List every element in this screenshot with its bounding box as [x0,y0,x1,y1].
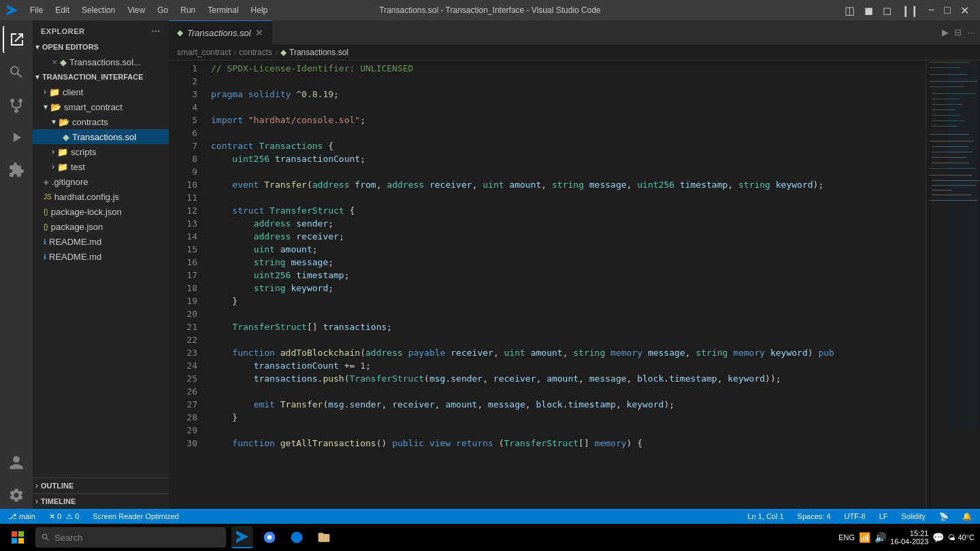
maximize-button[interactable]: □ [940,3,955,18]
menu-file[interactable]: File [24,3,48,18]
file-readme-1[interactable]: ℹ README.md [33,234,169,249]
taskbar-search[interactable]: Search [35,527,226,548]
error-icon: ✕ [49,512,55,520]
open-editors-header[interactable]: ▾ OPEN EDITORS [33,39,169,54]
code-content[interactable]: // SPDX-License-Identifier: UNLICENSED p… [203,61,926,509]
cursor-position[interactable]: Ln 1, Col 1 [745,512,786,520]
close-icon[interactable]: ✕ [52,59,57,66]
line-number: 15 [174,243,197,256]
code-line: string message; [211,256,926,269]
taskbar-edge[interactable] [286,527,308,548]
file-package-json[interactable]: {} package.json [33,219,169,234]
folder-contracts[interactable]: ▾ 📂 contracts [33,114,169,129]
code-line: function getAllTransactions() public vie… [211,437,926,450]
split-editor-icon[interactable]: ⊟ [954,27,962,37]
sol-breadcrumb-icon: ◆ [280,48,287,57]
window-title: Transactions.sol - Transaction_Interface… [379,5,601,15]
code-line [211,101,926,114]
activity-account[interactable] [3,449,30,476]
statusbar: ⎇ main ✕ 0 ⚠ 0 Screen Reader Optimized L… [0,509,980,524]
activity-source-control[interactable] [3,91,30,118]
file-readme-2[interactable]: ℹ README.md [33,249,169,264]
layout-sidebar-icon[interactable]: ◫ [840,3,859,18]
encoding-status[interactable]: UTF-8 [842,512,868,520]
breadcrumb-contracts[interactable]: contracts [239,48,272,57]
explorer-menu-icon[interactable]: ··· [152,26,161,37]
minimize-button[interactable]: − [924,3,938,18]
breadcrumb-sep-1: › [233,48,236,57]
line-number: 20 [174,307,197,320]
project-header[interactable]: ▾ TRANSACTION_INTERFACE [33,69,169,84]
taskbar-notification-icon[interactable]: 💬 [932,532,944,543]
activity-explorer[interactable] [3,26,30,53]
taskbar-weather[interactable]: 🌤 40°C [948,533,975,541]
code-line: address sender; [211,217,926,230]
menu-run[interactable]: Run [175,3,201,18]
taskbar-vscode[interactable] [231,527,253,548]
taskbar-explorer[interactable] [313,527,335,548]
taskbar-clock[interactable]: 15:21 16-04-2023 [890,529,928,546]
chevron-right-icon: › [35,481,38,490]
code-line: event Transfer(address from, address rec… [211,178,926,191]
code-line [211,424,926,437]
outline-header[interactable]: › OUTLINE [33,478,169,493]
activity-settings[interactable] [3,482,30,509]
activity-extensions[interactable] [3,156,30,184]
remote-icon[interactable]: 📡 [936,512,951,521]
taskbar-chrome[interactable] [259,527,280,548]
code-line: contract Transactions { [211,139,926,152]
tab-transactions-sol[interactable]: ◆ Transactions.sol ✕ [169,20,272,44]
layout-split-icon[interactable]: ◼ [860,3,877,18]
menu-go[interactable]: Go [152,3,174,18]
errors-status[interactable]: ✕ 0 ⚠ 0 [46,512,82,521]
open-file-item[interactable]: ✕ ◆ Transactions.sol... [33,54,169,69]
close-button[interactable]: ✕ [956,3,973,18]
chevron-right-icon: › [44,87,46,97]
menu-terminal[interactable]: Terminal [202,3,244,18]
line-number: 4 [174,101,197,114]
json-icon: {} [44,223,48,231]
code-editor[interactable]: 1234567891011121314151617181920212223242… [169,61,980,509]
svg-rect-29 [18,538,24,544]
line-numbers: 1234567891011121314151617181920212223242… [169,61,203,509]
windows-start[interactable] [5,525,30,550]
layout-grid-icon[interactable]: ❙❙ [897,3,923,18]
git-branch-status[interactable]: ⎇ main [5,512,38,521]
menu-view[interactable]: View [122,3,150,18]
file-hardhat-config[interactable]: JS hardhat.config.js [33,189,169,204]
file-transactions-sol[interactable]: ◆ Transactions.sol [33,129,169,144]
timeline-header[interactable]: › TIMELINE [33,494,169,509]
folder-test[interactable]: › 📁 test [33,159,169,174]
folder-client[interactable]: › 📁 client [33,84,169,99]
breadcrumb-smart-contract[interactable]: smart_contract [177,48,231,57]
tab-close-icon[interactable]: ✕ [255,27,263,38]
line-number: 28 [174,411,197,424]
run-icon[interactable]: ▶ [942,27,949,37]
indentation-status[interactable]: Spaces: 4 [795,512,834,520]
menu-edit[interactable]: Edit [50,3,75,18]
more-actions-icon[interactable]: ··· [967,27,975,37]
menu-selection[interactable]: Selection [76,3,120,18]
folder-icon: 📂 [59,117,69,127]
file-package-lock[interactable]: {} package-lock.json [33,204,169,219]
activity-search[interactable] [3,59,30,86]
menu-help[interactable]: Help [246,3,274,18]
screen-reader-status[interactable]: Screen Reader Optimized [90,512,182,520]
breadcrumb-file[interactable]: Transactions.sol [289,48,348,57]
main-layout: EXPLORER ··· ▾ OPEN EDITORS ✕ ◆ Transact… [0,20,980,509]
line-number: 3 [174,88,197,101]
file-gitignore[interactable]: ◈ .gitignore [33,174,169,189]
taskbar-lang[interactable]: ENG [838,533,855,541]
breadcrumb-sep-2: › [275,48,278,57]
folder-scripts[interactable]: › 📁 scripts [33,144,169,159]
language-status[interactable]: Solidity [899,512,928,520]
folder-smart-contract[interactable]: ▾ 📂 smart_contract [33,99,169,114]
activity-run[interactable] [3,124,30,151]
eol-status[interactable]: LF [877,512,891,520]
taskbar: Search ENG 📶 🔊 15:21 16-04-2023 💬 🌤 40°C [0,524,980,551]
line-number: 26 [174,385,197,398]
layout-panel-icon[interactable]: ◻ [879,3,896,18]
explorer-header: EXPLORER ··· [33,20,169,39]
js-icon: JS [44,193,52,201]
notification-bell[interactable]: 🔔 [960,512,975,521]
